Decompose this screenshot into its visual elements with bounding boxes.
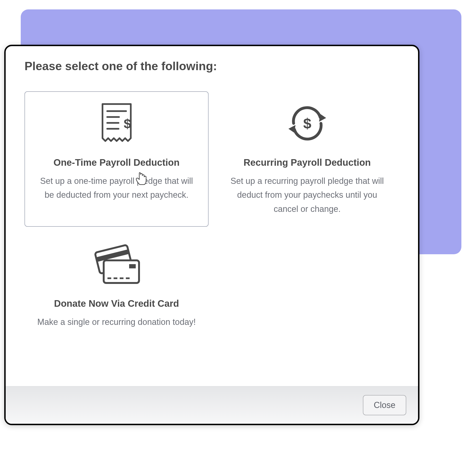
options-grid: $ One-Time Payroll Deduction Set up a on… xyxy=(25,91,399,340)
option-description: Set up a one-time payroll pledge that wi… xyxy=(37,174,196,202)
option-title: Donate Now Via Credit Card xyxy=(54,298,179,309)
option-recurring-payroll[interactable]: $ Recurring Payroll Deduction Set up a r… xyxy=(215,91,399,227)
option-description: Make a single or recurring donation toda… xyxy=(37,315,196,329)
recurring-dollar-icon: $ xyxy=(284,102,331,145)
modal-body: Please select one of the following: $ On… xyxy=(6,46,418,386)
svg-marker-5 xyxy=(319,114,326,122)
svg-text:$: $ xyxy=(124,116,131,131)
option-credit-card[interactable]: Donate Now Via Credit Card Make a single… xyxy=(25,232,209,340)
modal-title: Please select one of the following: xyxy=(25,59,399,73)
close-button[interactable]: Close xyxy=(363,395,406,415)
payment-option-modal: Please select one of the following: $ On… xyxy=(4,45,419,425)
option-one-time-payroll[interactable]: $ One-Time Payroll Deduction Set up a on… xyxy=(25,91,209,227)
receipt-dollar-icon: $ xyxy=(100,102,133,145)
svg-text:$: $ xyxy=(303,115,311,131)
option-title: One-Time Payroll Deduction xyxy=(54,157,180,168)
credit-cards-icon xyxy=(92,243,141,286)
option-description: Set up a recurring payroll pledge that w… xyxy=(227,174,387,216)
svg-marker-6 xyxy=(288,125,295,133)
option-title: Recurring Payroll Deduction xyxy=(243,157,371,168)
svg-rect-10 xyxy=(104,260,139,283)
modal-footer: Close xyxy=(6,386,418,424)
svg-rect-11 xyxy=(129,264,136,268)
